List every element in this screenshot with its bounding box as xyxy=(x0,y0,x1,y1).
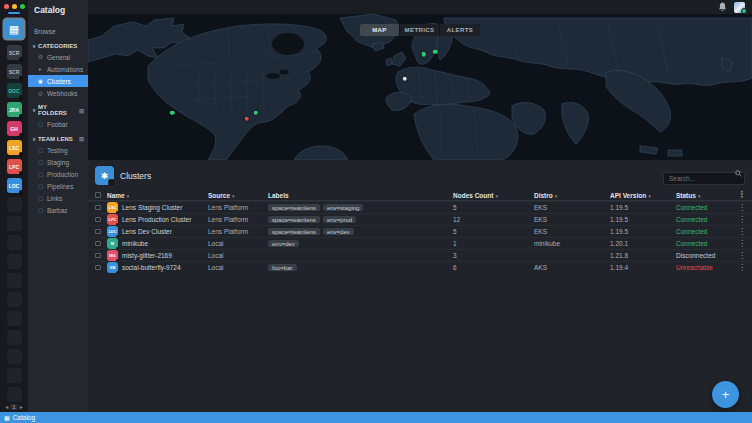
section-header-team-lens[interactable]: ∨ TEAM LENS ⊞ xyxy=(28,130,88,144)
label-chip: env=dev xyxy=(268,240,299,247)
pager-next-icon[interactable]: ▸ xyxy=(20,403,23,410)
hotbar-item[interactable]: LPC xyxy=(7,159,22,174)
cluster-row[interactable]: M minikube Local env=dev 1 minikube 1.20… xyxy=(88,237,752,249)
row-checkbox[interactable] xyxy=(95,205,101,211)
sort-icon: ▾ xyxy=(698,193,701,199)
row-checkbox[interactable] xyxy=(95,253,101,259)
column-status[interactable]: Status▾ xyxy=(676,192,737,199)
sidebar-item[interactable]: ▢ Pipelines xyxy=(28,180,88,192)
map-view-tab[interactable]: ALERTS xyxy=(440,24,480,36)
row-menu-icon[interactable]: ⋮ xyxy=(737,252,747,260)
cluster-name: misty-glitter-2169 xyxy=(122,252,172,259)
column-api-version[interactable]: API Version▾ xyxy=(610,192,676,199)
sidebar-item-label: Foobar xyxy=(47,121,68,128)
hotbar-empty-slot xyxy=(7,368,22,383)
row-menu-icon[interactable]: ⋮ xyxy=(737,216,747,224)
cluster-nodes-count: 12 xyxy=(453,216,534,223)
cluster-row[interactable]: LPC Lens Production Cluster Lens Platfor… xyxy=(88,213,752,225)
sidebar-item[interactable]: ▸ Automations xyxy=(28,63,88,75)
hotbar-empty-slot xyxy=(7,349,22,364)
cluster-api-version: 1.19.5 xyxy=(610,228,676,235)
column-distro[interactable]: Distro▾ xyxy=(534,192,610,199)
user-avatar[interactable] xyxy=(734,2,745,13)
hotbar-item[interactable]: GH xyxy=(7,121,22,136)
map-view-tab[interactable]: METRICS xyxy=(400,24,440,36)
sidebar-item[interactable]: ▢ Foobar xyxy=(28,118,88,130)
search-input[interactable] xyxy=(663,172,745,185)
hotbar-item[interactable]: DOC xyxy=(7,83,22,98)
table-menu-icon[interactable]: ⋮ xyxy=(737,191,747,199)
row-checkbox[interactable] xyxy=(95,229,101,235)
hotbar-item[interactable]: SCR xyxy=(7,45,22,60)
hotbar-item[interactable]: SCR xyxy=(7,64,22,79)
sidebar-item[interactable]: ◉ Clusters xyxy=(28,75,88,87)
sidebar-item-label: General xyxy=(47,54,70,61)
sidebar-item-label: Staging xyxy=(47,159,69,166)
section-label: MY FOLDERS xyxy=(38,104,75,116)
row-checkbox[interactable] xyxy=(95,241,101,247)
cluster-world-map[interactable]: MAPMETRICSALERTS xyxy=(88,14,752,160)
sidebar-item[interactable]: ▢ Testing xyxy=(28,144,88,156)
add-cluster-button[interactable]: + xyxy=(712,381,739,408)
label-chip: env=prod xyxy=(323,216,356,223)
row-menu-icon[interactable]: ⋮ xyxy=(737,204,747,212)
label-chip: env=dev xyxy=(323,228,354,235)
cluster-api-version: 1.19.5 xyxy=(610,216,676,223)
clusters-table: Name▾ Source▾ Labels Nodes Count▾ Distro… xyxy=(88,190,752,273)
sidebar-item[interactable]: ▢ Barbaz xyxy=(28,204,88,216)
app-window: ▦SCRSCRDOCJRAGHLSCLPCLDC ◂ 1 ▸ Catalog B… xyxy=(0,0,752,423)
notifications-bell-icon[interactable] xyxy=(718,2,727,12)
cluster-row[interactable]: LDC Lens Dev Cluster Lens Platform space… xyxy=(88,225,752,237)
cluster-map-marker[interactable] xyxy=(244,117,249,122)
cluster-row[interactable]: LSC Lens Staging Cluster Lens Platform s… xyxy=(88,201,752,213)
sidebar-item-icon: ◎ xyxy=(37,90,44,96)
column-source[interactable]: Source▾ xyxy=(208,192,268,199)
sidebar-item-label: Webhooks xyxy=(47,90,78,97)
column-labels[interactable]: Labels xyxy=(268,192,453,199)
sidebar-item[interactable]: ◎ Webhooks xyxy=(28,87,88,99)
row-menu-icon[interactable]: ⋮ xyxy=(737,228,747,236)
cluster-row[interactable]: SB social-butterfly-9724 Local foo=bar 6… xyxy=(88,261,752,273)
cluster-icon: LPC xyxy=(107,214,118,225)
cluster-map-marker[interactable] xyxy=(170,111,175,116)
add-folder-icon[interactable]: ⊞ xyxy=(79,107,84,114)
label-chip: space=teamlens xyxy=(268,204,320,211)
sidebar-item-label: Testing xyxy=(47,147,68,154)
window-control-dot[interactable] xyxy=(20,4,25,9)
sidebar-item[interactable]: ▢ Production xyxy=(28,168,88,180)
cluster-source: Lens Platform xyxy=(208,204,268,211)
row-menu-icon[interactable]: ⋮ xyxy=(737,264,747,272)
cluster-icon: MG xyxy=(107,250,118,261)
window-control-dot[interactable] xyxy=(4,4,9,9)
hotbar-empty-slot xyxy=(7,254,22,269)
section-header-categories[interactable]: ∨ CATEGORIES xyxy=(28,38,88,51)
column-nodes-count[interactable]: Nodes Count▾ xyxy=(453,192,534,199)
row-menu-icon[interactable]: ⋮ xyxy=(737,240,747,248)
column-name[interactable]: Name▾ xyxy=(107,192,208,199)
cluster-icon: LSC xyxy=(107,202,118,213)
sidebar-item-browse[interactable]: Browse xyxy=(28,25,88,38)
row-checkbox[interactable] xyxy=(95,265,101,271)
cluster-map-marker[interactable] xyxy=(422,52,427,57)
cluster-status: Connected xyxy=(676,240,737,247)
map-view-tab[interactable]: MAP xyxy=(360,24,400,36)
sidebar-item[interactable]: ▢ Staging xyxy=(28,156,88,168)
cluster-map-marker[interactable] xyxy=(402,77,407,82)
cluster-map-marker[interactable] xyxy=(433,50,438,55)
hotbar-item[interactable]: JRA xyxy=(7,102,22,117)
hotbar-item[interactable]: ▦ xyxy=(4,19,24,39)
section-header-my-folders[interactable]: ∨ MY FOLDERS ⊞ xyxy=(28,99,88,118)
sidebar-item[interactable]: ⚙ General xyxy=(28,51,88,63)
select-all-checkbox[interactable] xyxy=(95,192,101,198)
section-label: TEAM LENS xyxy=(38,136,73,142)
pager-prev-icon[interactable]: ◂ xyxy=(5,403,8,410)
cluster-map-marker[interactable] xyxy=(254,111,259,116)
window-control-dot[interactable] xyxy=(12,4,17,9)
hotbar-item[interactable]: LSC xyxy=(7,140,22,155)
row-checkbox[interactable] xyxy=(95,217,101,223)
sidebar-item[interactable]: ▢ Links xyxy=(28,192,88,204)
hotbar-item[interactable]: LDC xyxy=(7,178,22,193)
cluster-row[interactable]: MG misty-glitter-2169 Local 3 1.21.8 Dis… xyxy=(88,249,752,261)
add-folder-icon[interactable]: ⊞ xyxy=(79,135,84,142)
sort-icon: ▾ xyxy=(232,193,235,199)
